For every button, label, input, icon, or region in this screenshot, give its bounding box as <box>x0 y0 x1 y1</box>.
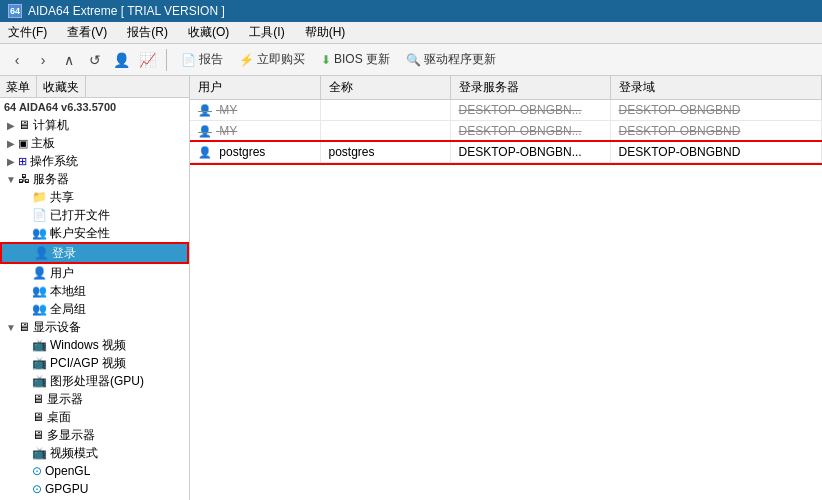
user-row-icon: 👤 <box>198 146 212 158</box>
forward-button[interactable]: › <box>32 49 54 71</box>
cell-domain: DESKTOP-OBNGBND <box>610 142 822 163</box>
cell-server: DESKTOP-OBNGBN... <box>450 121 610 142</box>
users-icon: 👤 <box>32 266 47 280</box>
winvideo-icon: 📺 <box>32 338 47 352</box>
gpgpu-icon: ⊙ <box>32 482 42 496</box>
sidebar-item-os[interactable]: ▶ ⊞ 操作系统 <box>0 152 189 170</box>
os-label: 操作系统 <box>30 153 78 170</box>
sidebar-item-users[interactable]: 👤 用户 <box>0 264 189 282</box>
sidebar-item-openfiles[interactable]: 📄 已打开文件 <box>0 206 189 224</box>
version-label: 64 AIDA64 v6.33.5700 <box>0 98 189 116</box>
gpu-label: 图形处理器(GPU) <box>50 373 144 390</box>
os-icon: ⊞ <box>18 155 27 168</box>
videomode-icon: 📺 <box>32 446 47 460</box>
sidebar-item-pcivideo[interactable]: 📺 PCI/AGP 视频 <box>0 354 189 372</box>
desktop-label: 桌面 <box>47 409 71 426</box>
main-area: 菜单 收藏夹 64 AIDA64 v6.33.5700 ▶ 🖥 计算机 ▶ ▣ … <box>0 76 822 500</box>
report-label: 报告 <box>199 51 223 68</box>
report-button[interactable]: 📄 报告 <box>175 48 229 71</box>
report-icon: 📄 <box>181 53 196 67</box>
col-user: 用户 <box>190 76 320 100</box>
sidebar-item-winvideo[interactable]: 📺 Windows 视频 <box>0 336 189 354</box>
monitor-label: 显示器 <box>47 391 83 408</box>
globalgroup-icon: 👥 <box>32 302 47 316</box>
arrow-icon: ▼ <box>4 174 18 185</box>
menu-help[interactable]: 帮助(H) <box>301 22 350 43</box>
sidebar-menu-header: 菜单 <box>0 76 37 97</box>
share-label: 共享 <box>50 189 74 206</box>
login-label: 登录 <box>52 245 76 262</box>
sidebar-item-multidisplay[interactable]: 🖥 多显示器 <box>0 426 189 444</box>
cell-user: 👤 postgres <box>190 142 320 163</box>
menu-file[interactable]: 文件(F) <box>4 22 51 43</box>
sidebar-item-server[interactable]: ▼ 🖧 服务器 <box>0 170 189 188</box>
sidebar-item-login[interactable]: 👤 登录 <box>2 244 187 262</box>
title-bar: 64 AIDA64 Extreme [ TRIAL VERSION ] <box>0 0 822 22</box>
localgroup-label: 本地组 <box>50 283 86 300</box>
cell-domain: DESKTOP-OBNGBND <box>610 121 822 142</box>
display-label: 显示设备 <box>33 319 81 336</box>
driver-icon: 🔍 <box>406 53 421 67</box>
pcivideo-label: PCI/AGP 视频 <box>50 355 126 372</box>
arrow-icon: ▶ <box>4 120 18 131</box>
display-icon: 🖥 <box>18 320 30 334</box>
up-button[interactable]: ∧ <box>58 49 80 71</box>
sidebar-item-globalgroup[interactable]: 👥 全局组 <box>0 300 189 318</box>
user-row-icon: 👤 <box>198 104 212 116</box>
pcivideo-icon: 📺 <box>32 356 47 370</box>
menu-favorites[interactable]: 收藏(O) <box>184 22 233 43</box>
opengl-icon: ⊙ <box>32 464 42 478</box>
title-text: AIDA64 Extreme [ TRIAL VERSION ] <box>28 4 225 18</box>
users-label: 用户 <box>50 265 74 282</box>
sidebar-item-motherboard[interactable]: ▶ ▣ 主板 <box>0 134 189 152</box>
user-button[interactable]: 👤 <box>110 49 132 71</box>
menu-view[interactable]: 查看(V) <box>63 22 111 43</box>
back-button[interactable]: ‹ <box>6 49 28 71</box>
sidebar-item-gpu[interactable]: 📺 图形处理器(GPU) <box>0 372 189 390</box>
sidebar-item-share[interactable]: 📁 共享 <box>0 188 189 206</box>
table-row-highlighted[interactable]: 👤 postgres postgres DESKTOP-OBNGBN... DE… <box>190 142 822 163</box>
server-label: 服务器 <box>33 171 69 188</box>
sidebar-item-opengl[interactable]: ⊙ OpenGL <box>0 462 189 480</box>
buy-button[interactable]: ⚡ 立即购买 <box>233 48 311 71</box>
videomode-label: 视频模式 <box>50 445 98 462</box>
sidebar-item-display[interactable]: ▼ 🖥 显示设备 <box>0 318 189 336</box>
cell-domain: DESKTOP-OBNGBND <box>610 100 822 121</box>
cell-user: 👤 MY <box>190 121 320 142</box>
app-icon: 64 <box>8 4 22 18</box>
sidebar-item-gpgpu[interactable]: ⊙ GPGPU <box>0 480 189 498</box>
arrow-icon: ▶ <box>4 138 18 149</box>
sidebar: 菜单 收藏夹 64 AIDA64 v6.33.5700 ▶ 🖥 计算机 ▶ ▣ … <box>0 76 190 500</box>
cell-fullname <box>320 121 450 142</box>
gpu-icon: 📺 <box>32 374 47 388</box>
col-server: 登录服务器 <box>450 76 610 100</box>
menu-tools[interactable]: 工具(I) <box>245 22 288 43</box>
multidisplay-label: 多显示器 <box>47 427 95 444</box>
sidebar-item-security[interactable]: 👥 帐户安全性 <box>0 224 189 242</box>
sidebar-fav-header: 收藏夹 <box>37 76 86 97</box>
sidebar-item-desktop[interactable]: 🖥 桌面 <box>0 408 189 426</box>
driver-label: 驱动程序更新 <box>424 51 496 68</box>
toolbar-separator-1 <box>166 49 167 71</box>
sidebar-header: 菜单 收藏夹 <box>0 76 189 98</box>
table-row[interactable]: 👤 MY DESKTOP-OBNGBN... DESKTOP-OBNGBND <box>190 121 822 142</box>
cell-fullname <box>320 100 450 121</box>
chart-button[interactable]: 📈 <box>136 49 158 71</box>
sidebar-item-computer[interactable]: ▶ 🖥 计算机 <box>0 116 189 134</box>
buy-icon: ⚡ <box>239 53 254 67</box>
sidebar-item-videomode[interactable]: 📺 视频模式 <box>0 444 189 462</box>
menu-report[interactable]: 报告(R) <box>123 22 172 43</box>
bios-button[interactable]: ⬇ BIOS 更新 <box>315 48 396 71</box>
login-icon: 👤 <box>34 246 49 260</box>
desktop-icon: 🖥 <box>32 410 44 424</box>
winvideo-label: Windows 视频 <box>50 337 126 354</box>
cell-server: DESKTOP-OBNGBN... <box>450 142 610 163</box>
refresh-button[interactable]: ↺ <box>84 49 106 71</box>
multidisplay-icon: 🖥 <box>32 428 44 442</box>
server-icon: 🖧 <box>18 172 30 186</box>
monitor-icon: 🖥 <box>32 392 44 406</box>
sidebar-item-localgroup[interactable]: 👥 本地组 <box>0 282 189 300</box>
driver-button[interactable]: 🔍 驱动程序更新 <box>400 48 502 71</box>
table-row[interactable]: 👤 MY DESKTOP-OBNGBN... DESKTOP-OBNGBND <box>190 100 822 121</box>
sidebar-item-monitor[interactable]: 🖥 显示器 <box>0 390 189 408</box>
